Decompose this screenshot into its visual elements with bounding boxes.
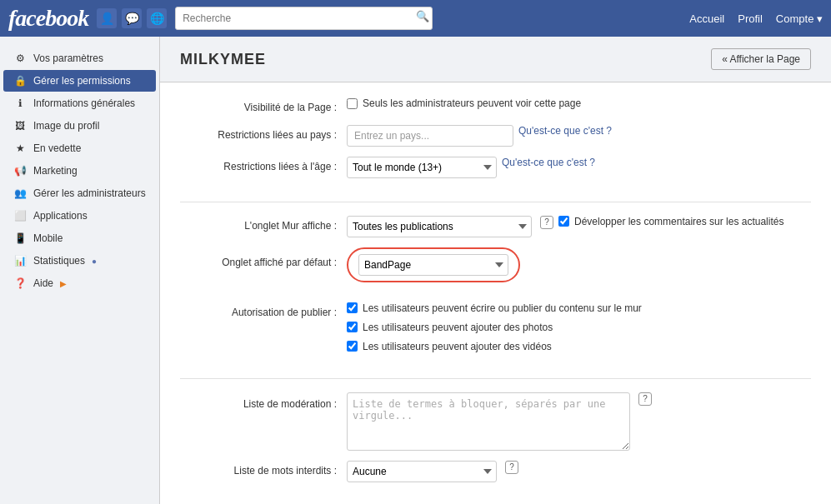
search-input[interactable] (175, 7, 433, 30)
sidebar-label: Gérer les permissions (33, 75, 131, 87)
control-visibilite: Seuls les administrateurs peuvent voir c… (347, 97, 811, 109)
search-bar: 🔍 (175, 7, 433, 30)
accueil-link[interactable]: Accueil (689, 12, 724, 25)
facebook-logo[interactable]: facebook (8, 5, 88, 32)
age-help-link[interactable]: Qu'est-ce que c'est ? (502, 157, 595, 168)
control-onglet-defaut: BandPage Mur Infos Photos Vidéos (347, 247, 811, 292)
mur-select[interactable]: Toutes les publications Seulement les pu… (347, 216, 532, 237)
control-autorisation: Les utilisateurs peuvent écrire ou publi… (347, 302, 811, 355)
label-mots-interdits: Liste de mots interdits : (180, 461, 347, 478)
moderation-textarea[interactable] (347, 392, 630, 451)
help-icon: ❓ (13, 277, 27, 290)
sidebar-label: En vedette (33, 142, 81, 154)
sidebar-item-mobile[interactable]: 📱 Mobile (3, 227, 156, 249)
visibilite-label: Seuls les administrateurs peuvent voir c… (363, 97, 581, 109)
mur-help-badge[interactable]: ? (540, 216, 553, 229)
main-content: MILKYMEE « Afficher la Page Visibilité d… (160, 37, 831, 504)
sidebar-label: Applications (33, 210, 88, 222)
control-mots-interdits: Aucune Modéré Fort ? (347, 461, 811, 482)
autorisation-checkbox-2[interactable] (347, 322, 358, 332)
afficher-page-button[interactable]: « Afficher la Page (711, 48, 811, 70)
form-row-moderation: Liste de modération : ? (180, 392, 811, 451)
label-onglet-defaut: Onglet affiché par défaut : (180, 247, 347, 270)
messages-icon[interactable]: 💬 (122, 8, 142, 28)
label-autorisation: Autorisation de publier : (180, 302, 347, 320)
control-restrictions-pays: Qu'est-ce que c'est ? (347, 125, 811, 147)
image-icon: 🖼 (13, 119, 27, 132)
friends-icon[interactable]: 👤 (97, 8, 117, 28)
sidebar-label: Mobile (33, 232, 63, 244)
sidebar-item-permissions[interactable]: 🔒 Gérer les permissions (3, 70, 156, 92)
develop-checkbox[interactable] (558, 216, 569, 227)
sidebar-label: Vos paramètres (33, 52, 103, 64)
sidebar-item-applications[interactable]: ⬜ Applications (3, 205, 156, 227)
sidebar-label: Informations générales (33, 97, 135, 109)
sidebar-item-infos[interactable]: ℹ Informations générales (3, 92, 156, 114)
stats-icon: 📊 (13, 254, 27, 267)
marketing-icon: 📢 (13, 164, 27, 177)
control-restrictions-age: Tout le monde (13+) 13+ seulement 17+ se… (347, 157, 811, 178)
autorisation-label-3: Les utilisateurs peuvent ajouter des vid… (363, 341, 552, 352)
pays-help-link[interactable]: Qu'est-ce que c'est ? (518, 125, 612, 137)
autorisation-label-2: Les utilisateurs peuvent ajouter des pho… (363, 322, 553, 333)
form-section-moderation: Liste de modération : ? Liste de mots in… (180, 392, 811, 504)
sidebar-item-vos-parametres[interactable]: ⚙ Vos paramètres (3, 47, 156, 69)
form-section-onglet: L'onglet Mur affiche : Toutes les public… (180, 216, 811, 379)
page-header: MILKYMEE « Afficher la Page (160, 37, 831, 82)
sidebar-item-image[interactable]: 🖼 Image du profil (3, 115, 156, 137)
form-row-restrictions-age: Restrictions liées à l'âge : Tout le mon… (180, 157, 811, 178)
sidebar-item-aide[interactable]: ❓ Aide ▶ (3, 272, 156, 294)
globe-icon[interactable]: 🌐 (147, 8, 167, 28)
visibilite-checkbox[interactable] (347, 98, 358, 109)
form-row-mots-interdits: Liste de mots interdits : Aucune Modéré … (180, 461, 811, 482)
form-row-autorisation: Autorisation de publier : Les utilisateu… (180, 302, 811, 355)
mur-select-wrap: Toutes les publications Seulement les pu… (347, 216, 532, 237)
page-wrapper: ⚙ Vos paramètres 🔒 Gérer les permissions… (0, 37, 831, 504)
autorisation-check-3: Les utilisateurs peuvent ajouter des vid… (347, 341, 552, 352)
sidebar-item-admins[interactable]: 👥 Gérer les administrateurs (3, 182, 156, 204)
sidebar-label: Statistiques (33, 255, 85, 267)
permissions-icon: 🔒 (13, 74, 27, 87)
sidebar-item-vedette[interactable]: ★ En vedette (3, 137, 156, 159)
sidebar-label: Aide (33, 277, 53, 289)
control-moderation: ? (347, 392, 811, 451)
sidebar: ⚙ Vos paramètres 🔒 Gérer les permissions… (0, 37, 160, 504)
age-select[interactable]: Tout le monde (13+) 13+ seulement 17+ se… (347, 157, 497, 178)
autorisation-label-1: Les utilisateurs peuvent écrire ou publi… (363, 302, 642, 314)
autorisation-check-1: Les utilisateurs peuvent écrire ou publi… (347, 302, 642, 314)
aide-dot: ▶ (60, 279, 67, 288)
defaut-select[interactable]: BandPage Mur Infos Photos Vidéos (358, 254, 508, 276)
mobile-icon: 📱 (13, 232, 27, 245)
form-row-visibilite: Visibilité de la Page : Seuls les admini… (180, 97, 811, 115)
top-nav-links: Accueil Profil Compte ▾ (689, 12, 823, 25)
admin-icon: 👥 (13, 187, 27, 200)
sidebar-item-marketing[interactable]: 📢 Marketing (3, 160, 156, 182)
moderation-help-badge[interactable]: ? (638, 392, 652, 406)
form-row-onglet-mur: L'onglet Mur affiche : Toutes les public… (180, 216, 811, 237)
autorisation-checkbox-1[interactable] (347, 302, 358, 313)
compte-link[interactable]: Compte ▾ (776, 12, 823, 25)
nav-icon-group: 👤 💬 🌐 (97, 8, 167, 28)
settings-icon: ⚙ (13, 52, 27, 65)
visibilite-row: Seuls les administrateurs peuvent voir c… (347, 97, 581, 109)
develop-label: Développer les commentaires sur les actu… (574, 216, 783, 227)
onglet-highlight-container: BandPage Mur Infos Photos Vidéos (347, 247, 520, 282)
stats-dot: ● (92, 257, 97, 266)
page-title: MILKYMEE (180, 51, 266, 68)
profil-link[interactable]: Profil (738, 12, 763, 25)
mots-select-wrap: Aucune Modéré Fort (347, 461, 497, 482)
mots-select[interactable]: Aucune Modéré Fort (347, 461, 497, 482)
sidebar-label: Gérer les administrateurs (33, 187, 146, 199)
autorisation-checkbox-3[interactable] (347, 341, 358, 352)
mots-help-badge[interactable]: ? (505, 461, 518, 474)
defaut-select-wrap: BandPage Mur Infos Photos Vidéos (358, 254, 508, 276)
top-navigation: facebook 👤 💬 🌐 🔍 Accueil Profil Compte ▾ (0, 0, 831, 37)
form-section-visibility: Visibilité de la Page : Seuls les admini… (180, 97, 811, 202)
label-moderation: Liste de modération : (180, 392, 347, 412)
age-select-wrap: Tout le monde (13+) 13+ seulement 17+ se… (347, 157, 497, 178)
pays-input[interactable] (347, 125, 513, 147)
label-restrictions-pays: Restrictions liées au pays : (180, 125, 347, 142)
label-visibilite: Visibilité de la Page : (180, 97, 347, 115)
search-button[interactable]: 🔍 (416, 10, 429, 22)
sidebar-item-stats[interactable]: 📊 Statistiques ● (3, 250, 156, 272)
